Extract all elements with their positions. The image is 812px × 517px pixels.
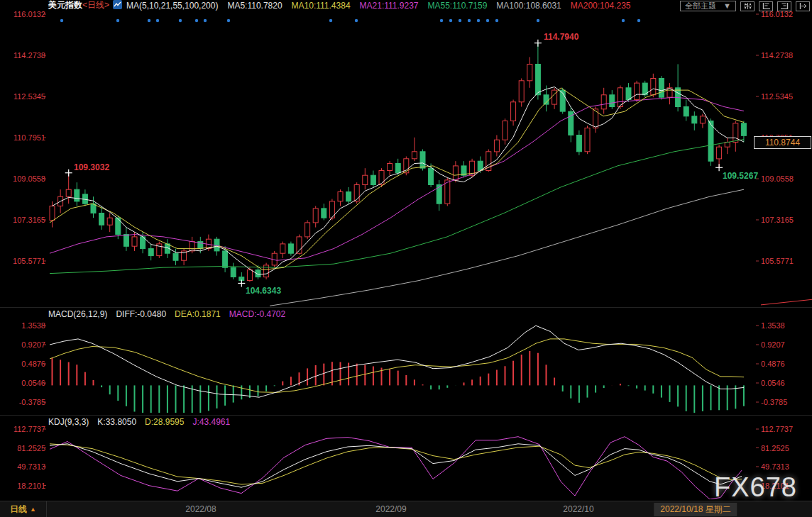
period-tag: <日线>	[82, 0, 109, 11]
kdj-legend-item: KDJ(9,3,3)	[48, 417, 89, 427]
watermark: FX678	[714, 472, 797, 503]
chart-canvas[interactable]	[0, 0, 812, 517]
axis-scale-right-icon[interactable]	[777, 1, 791, 11]
chart-icon[interactable]	[113, 0, 122, 11]
current-date-label: 2022/10/18 星期二	[654, 503, 737, 516]
period-selector-label: 日线	[10, 504, 27, 516]
macd-legend-item: MACD:-0.4702	[229, 309, 285, 319]
ma-legend: MA(5,10,21,55,100,200)MA5:110.7820MA10:1…	[126, 1, 640, 11]
kdj-legend-item: D:28.9595	[145, 417, 184, 427]
chart-app: 116.0132116.0132114.2738114.2738112.5345…	[0, 0, 812, 517]
instrument-title: 美元指数	[48, 0, 82, 11]
ma-legend-item: MA55:110.7159	[428, 1, 488, 11]
kdj-legend-item: K:33.8050	[97, 417, 136, 427]
toolbar: 全部主题 ▼	[680, 1, 810, 11]
theme-select-caret-icon: ▼	[723, 1, 731, 11]
macd-legend-item: DIFF:-0.0480	[116, 309, 166, 319]
title-wrap: 美元指数 <日线>	[48, 0, 109, 11]
expand-pane-icon[interactable]	[796, 1, 810, 11]
last-price-tag: 110.8744	[754, 136, 811, 149]
macd-legend-item: DEA:0.1871	[175, 309, 221, 319]
period-selector[interactable]: 日线 ▲	[0, 501, 47, 517]
caret-up-icon: ▲	[30, 506, 36, 513]
theme-select-button[interactable]: 全部主题 ▼	[680, 1, 736, 11]
macd-header: MACD(26,12,9)DIFF:-0.0480DEA:0.1871MACD:…	[48, 309, 294, 319]
ma-legend-item: MA200:104.235	[571, 1, 631, 11]
ma-legend-item: MA100:108.6031	[496, 1, 561, 11]
theme-select-label: 全部主题	[685, 1, 716, 11]
x-axis-date-label: 2022/08	[185, 504, 216, 514]
x-axis-date-label: 2022/09	[375, 504, 406, 514]
ma-legend-item: MA(5,10,21,55,100,200)	[126, 1, 218, 11]
ma-legend-item: MA21:111.9237	[360, 1, 419, 11]
panes-layout-icon[interactable]	[740, 1, 755, 11]
macd-legend-item: MACD(26,12,9)	[48, 309, 107, 319]
ma-legend-item: MA10:111.4384	[292, 1, 351, 11]
kdj-legend-item: J:43.4961	[192, 417, 230, 427]
bottom-bar: 日线 ▲ 2022/082022/092022/102022/10/18 星期二	[0, 501, 812, 517]
x-axis-date-label: 2022/10	[563, 504, 593, 514]
kdj-header: KDJ(9,3,3)K:33.8050D:28.9595J:43.4961	[48, 417, 238, 427]
axis-scale-left-icon[interactable]	[759, 1, 773, 11]
ma-legend-item: MA5:110.7820	[227, 1, 282, 11]
